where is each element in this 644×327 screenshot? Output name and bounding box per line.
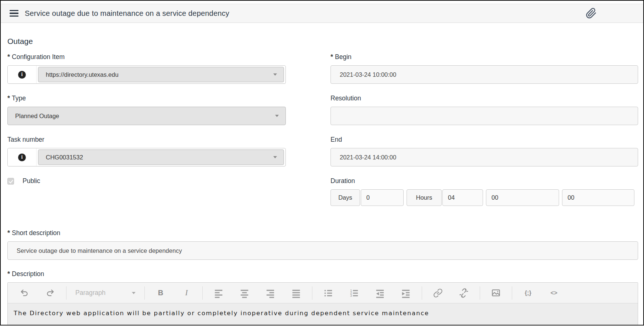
short-description-input[interactable] <box>7 241 638 260</box>
type-select[interactable]: Planned Outage <box>7 107 286 125</box>
paragraph-format-dropdown[interactable]: Paragraph <box>69 285 141 301</box>
toolbar-divider <box>202 286 203 300</box>
resolution-input[interactable] <box>330 107 638 125</box>
resolution-label: Resolution <box>330 94 638 102</box>
duration-seconds-input[interactable] <box>562 189 634 206</box>
duration-minutes-input[interactable] <box>486 189 559 206</box>
info-circle-glyph <box>18 154 26 161</box>
align-left-icon <box>213 288 224 298</box>
description-textarea[interactable]: The Directory web application will be pa… <box>8 303 638 326</box>
bold-button[interactable]: B <box>148 285 174 301</box>
unlink-icon <box>459 288 469 298</box>
required-asterisk: * <box>7 94 10 102</box>
description-editor: Paragraph B I <box>7 282 638 326</box>
toolbar-divider <box>144 286 145 300</box>
end-label: End <box>330 136 638 143</box>
numbered-list-icon: 1 2 3 <box>349 288 359 298</box>
required-asterisk: * <box>330 53 333 61</box>
outage-form-window: Service outage due to maintenance on a s… <box>0 0 644 326</box>
caret-down-icon <box>273 73 277 76</box>
type-label: * Type <box>7 94 286 102</box>
editor-toolbar: Paragraph B I <box>8 283 638 303</box>
configuration-item-field: https://directory.utexas.edu <box>7 65 286 84</box>
begin-label: * Begin <box>330 53 638 61</box>
form-left-column: * Configuration Item https://directory.u… <box>7 53 286 217</box>
configuration-item-value: https://directory.utexas.edu <box>46 71 273 78</box>
form-right-column: * Begin Resolution End <box>330 53 638 217</box>
required-asterisk: * <box>7 53 10 61</box>
align-justify-icon <box>291 288 301 298</box>
duration-hours-input[interactable] <box>442 189 483 206</box>
align-justify-button[interactable] <box>283 285 309 301</box>
duration-label: Duration <box>330 177 638 185</box>
italic-button[interactable]: I <box>174 285 199 301</box>
indent-button[interactable] <box>393 285 419 301</box>
align-center-button[interactable] <box>232 285 257 301</box>
configuration-item-label: * Configuration Item <box>7 53 286 61</box>
info-icon[interactable] <box>8 148 37 166</box>
outdent-button[interactable] <box>367 285 393 301</box>
align-right-button[interactable] <box>257 285 283 301</box>
required-asterisk: * <box>7 270 10 278</box>
short-description-label: * Short description <box>7 229 638 237</box>
info-circle-glyph <box>18 71 26 79</box>
numbered-list-button[interactable]: 1 2 3 <box>341 285 367 301</box>
indent-icon <box>401 288 411 298</box>
code-sample-button[interactable]: {;} <box>515 285 541 301</box>
task-number-value: CHG0031532 <box>46 154 273 161</box>
task-number-label: Task number <box>7 136 286 143</box>
toolbar-divider <box>312 286 312 300</box>
page-title: Service outage due to maintenance on a s… <box>25 9 229 18</box>
bullet-list-button[interactable] <box>315 285 341 301</box>
section-title: Outage <box>7 37 638 46</box>
required-asterisk: * <box>7 229 10 237</box>
task-number-select[interactable]: CHG0031532 <box>38 149 284 165</box>
toolbar-divider <box>512 286 512 300</box>
source-code-button[interactable]: <> <box>541 285 567 301</box>
outdent-icon <box>375 288 385 298</box>
duration-days-input[interactable] <box>361 189 404 206</box>
image-icon <box>491 288 501 298</box>
bullet-list-icon <box>323 288 333 298</box>
task-number-field: CHG0031532 <box>7 148 286 166</box>
redo-icon <box>45 288 55 298</box>
caret-down-icon <box>273 156 277 158</box>
form-header-bar: Service outage due to maintenance on a s… <box>1 4 643 23</box>
caret-down-icon <box>132 292 136 294</box>
end-input[interactable] <box>330 148 638 166</box>
public-label: Public <box>23 177 40 185</box>
redo-button[interactable] <box>37 285 63 301</box>
public-field: Public <box>7 177 286 185</box>
image-button[interactable] <box>483 285 509 301</box>
description-label: * Description <box>7 270 638 278</box>
align-left-button[interactable] <box>206 285 232 301</box>
unlink-button[interactable] <box>451 285 477 301</box>
type-value: Planned Outage <box>15 113 275 120</box>
hamburger-icon[interactable] <box>10 10 18 17</box>
align-right-icon <box>265 288 275 298</box>
caret-down-icon <box>275 115 279 117</box>
begin-input[interactable] <box>330 65 638 84</box>
duration-hours-label: Hours <box>407 189 442 206</box>
duration-field: Days Hours <box>330 189 638 206</box>
undo-icon <box>20 288 29 298</box>
duration-days-label: Days <box>330 189 360 206</box>
info-icon[interactable] <box>8 66 37 83</box>
configuration-item-select[interactable]: https://directory.utexas.edu <box>38 67 284 82</box>
toolbar-divider <box>480 286 480 300</box>
public-checkbox[interactable] <box>7 178 14 185</box>
toolbar-divider <box>66 286 66 300</box>
toolbar-divider <box>422 286 422 300</box>
svg-text:3: 3 <box>350 293 352 297</box>
link-button[interactable] <box>425 285 451 301</box>
align-center-icon <box>239 288 250 298</box>
paperclip-icon[interactable] <box>586 8 597 19</box>
link-icon <box>433 288 443 298</box>
undo-button[interactable] <box>11 285 37 301</box>
